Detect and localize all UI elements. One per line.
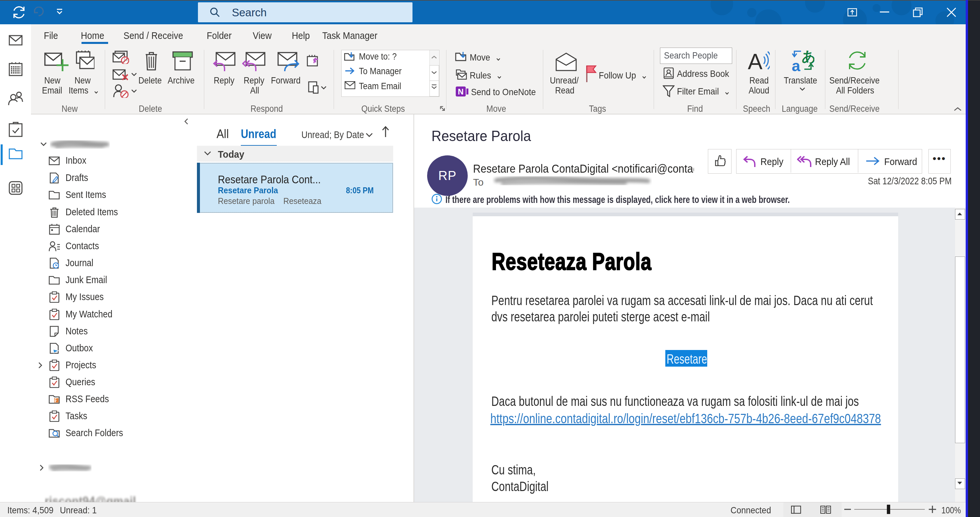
svg-text:N: N xyxy=(458,87,463,96)
svg-text:A: A xyxy=(748,51,762,72)
svg-text:あ: あ xyxy=(802,49,815,64)
svg-text:a: a xyxy=(792,57,800,73)
